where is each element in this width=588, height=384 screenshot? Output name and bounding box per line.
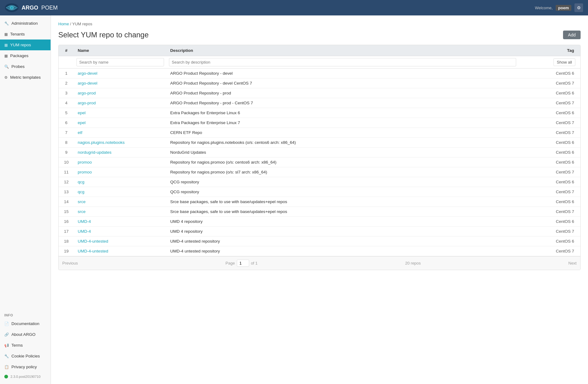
- navbar: ARGO POEM Welcome, poem ⚙: [0, 0, 588, 15]
- sidebar-item-documentation[interactable]: 📄 Documentation: [0, 318, 51, 329]
- header-row: # Name Description Tag: [59, 45, 580, 56]
- row-name[interactable]: srce: [74, 207, 167, 217]
- row-name[interactable]: UMD-4: [74, 227, 167, 236]
- show-all-button[interactable]: Show all: [553, 58, 575, 66]
- tenants-icon: ▦: [4, 32, 8, 36]
- row-num: 19: [59, 246, 74, 256]
- row-num: 1: [59, 69, 74, 78]
- sidebar-item-cookie-policies[interactable]: 🔧 Cookie Policies: [0, 351, 51, 361]
- settings-button[interactable]: ⚙: [574, 3, 583, 12]
- sidebar-item-about-argo[interactable]: 🔗 About ARGO: [0, 329, 51, 340]
- sidebar-item-yum-repos[interactable]: ▦ YUM repos: [0, 40, 51, 50]
- sidebar-item-administration[interactable]: 🔧 Administration: [0, 18, 51, 29]
- table-body: 1 argo-devel ARGO Product Repository - d…: [59, 69, 580, 256]
- sidebar-item-label: Tenants: [10, 32, 25, 36]
- row-tag: CentOS 6: [519, 138, 580, 148]
- sidebar-item-label: Documentation: [11, 321, 39, 326]
- row-description: ARGO Product Repository - prod - CentOS …: [167, 98, 519, 108]
- table-row: 8 nagios.plugins.notebooks Repository fo…: [59, 138, 580, 148]
- brand: ARGO POEM: [5, 3, 58, 12]
- row-description: Srce base packages, safe to use with bas…: [167, 197, 519, 207]
- info-section-label: INFO: [0, 309, 51, 318]
- table-container: # Name Description Tag: [58, 45, 581, 270]
- row-tag: CentOS 7: [519, 78, 580, 88]
- row-num: 7: [59, 128, 74, 138]
- table-row: 9 nordugrid-updates NorduGrid Updates Ce…: [59, 148, 580, 157]
- sidebar-item-probes[interactable]: 🔍 Probes: [0, 61, 51, 72]
- row-name[interactable]: epel: [74, 118, 167, 128]
- row-tag: CentOS 7: [519, 118, 580, 128]
- row-tag: CentOS 6: [519, 177, 580, 187]
- row-tag: CentOS 7: [519, 128, 580, 138]
- row-num: 2: [59, 78, 74, 88]
- row-name[interactable]: UMD-4: [74, 217, 167, 227]
- main-content: Home / YUM repos Select YUM repo to chan…: [51, 15, 588, 384]
- row-name[interactable]: qcg: [74, 187, 167, 197]
- row-description: Extra Packages for Enterprise Linux 6: [167, 108, 519, 118]
- row-num: 5: [59, 108, 74, 118]
- row-name[interactable]: promoo: [74, 167, 167, 177]
- row-name[interactable]: UMD-4-untested: [74, 246, 167, 256]
- row-name[interactable]: argo-prod: [74, 98, 167, 108]
- next-button[interactable]: Next: [568, 261, 577, 265]
- row-tag: CentOS 6: [519, 88, 580, 98]
- brand-logo: [5, 3, 19, 12]
- row-num: 9: [59, 148, 74, 157]
- welcome-text: Welcome,: [535, 6, 553, 10]
- sidebar-item-terms[interactable]: 📢 Terms: [0, 340, 51, 351]
- table-row: 18 UMD-4-untested UMD-4 untested reposit…: [59, 236, 580, 246]
- breadcrumb-home[interactable]: Home: [58, 22, 69, 26]
- table-row: 16 UMD-4 UMD 4 repository CentOS 6: [59, 217, 580, 227]
- row-description: Repository for nagios.promoo (o/s: sl7 a…: [167, 167, 519, 177]
- page-number-input[interactable]: [237, 260, 249, 267]
- row-name[interactable]: UMD-4-untested: [74, 236, 167, 246]
- table-row: 4 argo-prod ARGO Product Repository - pr…: [59, 98, 580, 108]
- col-header-num: #: [59, 45, 74, 56]
- sidebar-item-label: Probes: [11, 64, 25, 69]
- row-description: QCG repository: [167, 187, 519, 197]
- table-row: 11 promoo Repository for nagios.promoo (…: [59, 167, 580, 177]
- table-row: 7 etf CERN ETF Repo CentOS 7: [59, 128, 580, 138]
- table-row: 6 epel Extra Packages for Enterprise Lin…: [59, 118, 580, 128]
- sidebar-item-packages[interactable]: ▦ Packages: [0, 50, 51, 61]
- sidebar-item-label: Packages: [10, 53, 28, 58]
- col-header-tag: Tag: [519, 45, 580, 56]
- row-tag: CentOS 7: [519, 187, 580, 197]
- add-button[interactable]: Add: [563, 31, 581, 39]
- sidebar-item-privacy-policy[interactable]: 📋 Privacy policy: [0, 361, 51, 372]
- row-name[interactable]: epel: [74, 108, 167, 118]
- row-name[interactable]: qcg: [74, 177, 167, 187]
- table-row: 19 UMD-4-untested UMD-4 untested reposit…: [59, 246, 580, 256]
- yum-repos-table: # Name Description Tag: [59, 45, 580, 256]
- row-name[interactable]: argo-devel: [74, 69, 167, 78]
- search-row: Show all: [59, 56, 580, 69]
- previous-button[interactable]: Previous: [62, 261, 78, 265]
- table-row: 14 srce Srce base packages, safe to use …: [59, 197, 580, 207]
- sidebar-item-metric-templates[interactable]: ⚙ Metric templates: [0, 72, 51, 83]
- row-name[interactable]: nordugrid-updates: [74, 148, 167, 157]
- doc-icon: 📄: [4, 322, 9, 326]
- row-num: 8: [59, 138, 74, 148]
- row-tag: CentOS 6: [519, 69, 580, 78]
- table-row: 17 UMD-4 UMD 4 repository CentOS 7: [59, 227, 580, 236]
- search-name-input[interactable]: [76, 58, 164, 66]
- row-num: 17: [59, 227, 74, 236]
- row-tag: CentOS 6: [519, 148, 580, 157]
- row-name[interactable]: etf: [74, 128, 167, 138]
- row-description: UMD-4 untested repository: [167, 236, 519, 246]
- row-description: ARGO Product Repository - devel: [167, 69, 519, 78]
- row-name[interactable]: srce: [74, 197, 167, 207]
- sidebar-item-tenants[interactable]: ▦ Tenants: [0, 29, 51, 40]
- row-tag: CentOS 6: [519, 236, 580, 246]
- svg-point-3: [11, 7, 13, 9]
- sidebar: 🔧 Administration ▦ Tenants ▦ YUM repos ▦…: [0, 15, 51, 384]
- row-name[interactable]: argo-prod: [74, 88, 167, 98]
- table-row: 1 argo-devel ARGO Product Repository - d…: [59, 69, 580, 78]
- sidebar-item-label: Terms: [11, 343, 23, 348]
- row-name[interactable]: promoo: [74, 157, 167, 167]
- row-name[interactable]: nagios.plugins.notebooks: [74, 138, 167, 148]
- row-name[interactable]: argo-devel: [74, 78, 167, 88]
- table-row: 13 qcg QCG repository CentOS 7: [59, 187, 580, 197]
- search-description-input[interactable]: [169, 58, 516, 66]
- sidebar-item-label: Metric templates: [10, 75, 41, 80]
